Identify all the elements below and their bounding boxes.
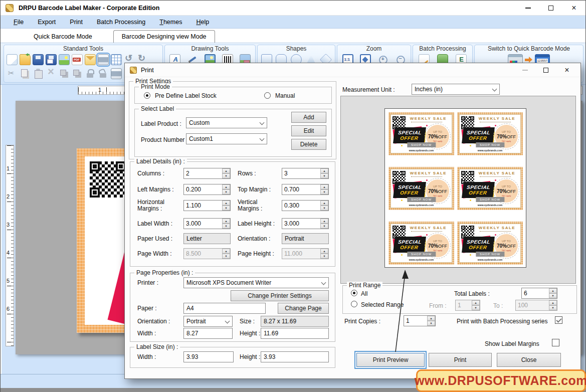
edit-button[interactable]: Edit [291, 125, 326, 136]
shop-now-button: SHOP NOW [407, 142, 436, 147]
spin-up-icon[interactable]: ▲ [222, 201, 230, 206]
spin-up-icon[interactable]: ▲ [320, 201, 328, 206]
label-height-spinner[interactable]: 3.000 ▲▼ [282, 218, 329, 229]
shop-now-button: SHOP NOW [476, 197, 504, 202]
menu-export[interactable]: Export [31, 17, 63, 27]
send-back-icon[interactable] [72, 68, 83, 79]
columns-spinner[interactable]: 2 ▲▼ [183, 168, 231, 179]
spin-up-icon[interactable]: ▲ [320, 219, 328, 224]
tab-barcode-designing-view-mode[interactable]: Barcode Designing view Mode [113, 30, 215, 43]
spin-down-icon[interactable]: ▼ [320, 173, 328, 178]
print-icon[interactable] [98, 54, 109, 65]
app-minimize-button[interactable] [516, 1, 539, 16]
spin-up-icon[interactable]: ▲ [222, 219, 230, 224]
app-close-button[interactable]: × [562, 1, 585, 16]
left-margins-spinner[interactable]: 0.200 ▲▼ [183, 184, 231, 195]
copy-icon[interactable] [20, 68, 31, 79]
chevron-down-icon [224, 316, 232, 326]
save-icon[interactable] [33, 54, 44, 65]
printer-combo[interactable]: Microsoft XPS Document Writer [183, 277, 329, 288]
show-label-margins-checkbox[interactable] [552, 339, 559, 346]
app-maximize-button[interactable] [539, 1, 562, 16]
radio-selected-range[interactable] [351, 301, 357, 307]
size-value: 8.27 x 11.69 [261, 316, 329, 327]
page-orientation-combo[interactable]: Portrait [183, 316, 233, 327]
lock-icon[interactable] [85, 68, 96, 79]
spin-down-icon[interactable]: ▼ [222, 206, 230, 211]
open-icon[interactable] [20, 54, 31, 65]
cut-icon[interactable] [7, 68, 18, 79]
dialog-maximize-button[interactable] [535, 64, 556, 77]
spin-up-icon[interactable]: ▲ [427, 316, 435, 321]
spin-down-icon[interactable]: ▼ [320, 224, 328, 229]
radio-manual[interactable] [264, 92, 271, 99]
dialog-close-button[interactable]: × [556, 64, 577, 77]
spin-down-icon[interactable]: ▼ [320, 189, 328, 194]
spin-up-icon[interactable]: ▲ [222, 184, 230, 189]
vertical-margins-spinner[interactable]: 0.300 ▲▼ [282, 200, 329, 211]
delete-button[interactable]: Delete [291, 139, 326, 150]
unlock-icon[interactable] [98, 68, 109, 79]
top-margin-spinner[interactable]: 0.700 ▲▼ [282, 184, 329, 195]
menu-batch-processing[interactable]: Batch Processing [90, 17, 152, 27]
minimize-icon [522, 70, 528, 71]
add-button[interactable]: Add [291, 112, 326, 123]
dialog-minimize-button[interactable] [514, 64, 535, 77]
page-height-spinner: 11.000 ▲▼ [282, 248, 329, 259]
radio-all[interactable] [351, 290, 357, 296]
print-button[interactable]: Print [429, 353, 492, 367]
spin-down-icon[interactable]: ▼ [549, 293, 557, 298]
paper-input[interactable]: A4 [183, 303, 266, 314]
grid-icon[interactable] [111, 54, 122, 65]
print-small-icon[interactable] [111, 68, 122, 79]
paste-icon[interactable] [33, 68, 44, 79]
horizontal-margins-spinner[interactable]: 1.100 ▲▼ [183, 200, 231, 211]
export-pdf-icon[interactable] [72, 54, 83, 65]
spin-up-icon[interactable]: ▲ [320, 184, 328, 189]
change-printer-settings-button[interactable]: Change Printer Settings [231, 290, 329, 301]
total-labels-spinner[interactable]: 6 ▲▼ [521, 288, 557, 299]
save-all-icon[interactable] [46, 54, 57, 65]
coupon-website: www.xyzbrands.com [460, 149, 520, 152]
spin-down-icon[interactable]: ▼ [320, 206, 328, 211]
menu-file[interactable]: File [7, 17, 31, 27]
change-page-button[interactable]: Change Page [278, 303, 329, 314]
spin-down-icon[interactable]: ▼ [222, 189, 230, 194]
email-icon[interactable] [85, 54, 96, 65]
tab-quick-barcode-mode[interactable]: Quick Barcode Mode [26, 31, 100, 43]
spin-down-icon[interactable]: ▼ [427, 321, 435, 326]
label-size-width-label: Width : [137, 353, 156, 360]
spin-down-icon[interactable]: ▼ [222, 224, 230, 229]
measurement-unit-combo[interactable]: Inches (in) [412, 84, 500, 95]
label-size-width-input[interactable]: 3.93 [183, 351, 234, 362]
batch-series-checkbox[interactable] [555, 316, 562, 324]
print-copies-spinner[interactable]: 1 ▲▼ [404, 315, 436, 326]
coupon-website: www.xyzbrands.com [460, 258, 520, 261]
product-number-combo[interactable]: Custom1 [186, 133, 267, 144]
print-range-group: Print Range All Selected Range From : 1 … [342, 285, 577, 314]
new-icon[interactable] [7, 54, 18, 65]
export-image-icon[interactable] [59, 54, 70, 65]
menu-help[interactable]: Help [189, 17, 216, 27]
coupon-header: WEEKLY SALE [476, 116, 518, 121]
radio-pre-define-label-stock[interactable] [144, 92, 150, 99]
delete-icon[interactable] [46, 68, 57, 79]
spin-down-icon[interactable]: ▼ [222, 173, 230, 178]
label-product-combo[interactable]: Custom [186, 117, 267, 128]
bring-front-icon[interactable] [59, 68, 70, 79]
menu-themes[interactable]: Themes [152, 17, 189, 27]
close-button[interactable]: Close [497, 353, 561, 367]
spin-up-icon[interactable]: ▲ [320, 168, 328, 173]
spin-up-icon[interactable]: ▲ [222, 168, 230, 173]
menu-print[interactable]: Print [63, 17, 90, 27]
toolbar-group-title: Standard Tools [4, 45, 162, 53]
watermark-banner: www.DRPUSOFTWARE.com [416, 369, 586, 392]
print-preview-button[interactable]: Print Preview [356, 353, 425, 367]
rows-spinner[interactable]: 3 ▲▼ [282, 168, 329, 179]
label-size-height-input[interactable]: 3.93 [261, 351, 329, 362]
label-width-spinner[interactable]: 3.000 ▲▼ [183, 218, 231, 229]
app-icon [6, 4, 14, 12]
spin-up-icon[interactable]: ▲ [549, 288, 557, 293]
page-height-input[interactable]: 11.69 [261, 328, 329, 339]
page-width-input[interactable]: 8.27 [183, 328, 233, 339]
